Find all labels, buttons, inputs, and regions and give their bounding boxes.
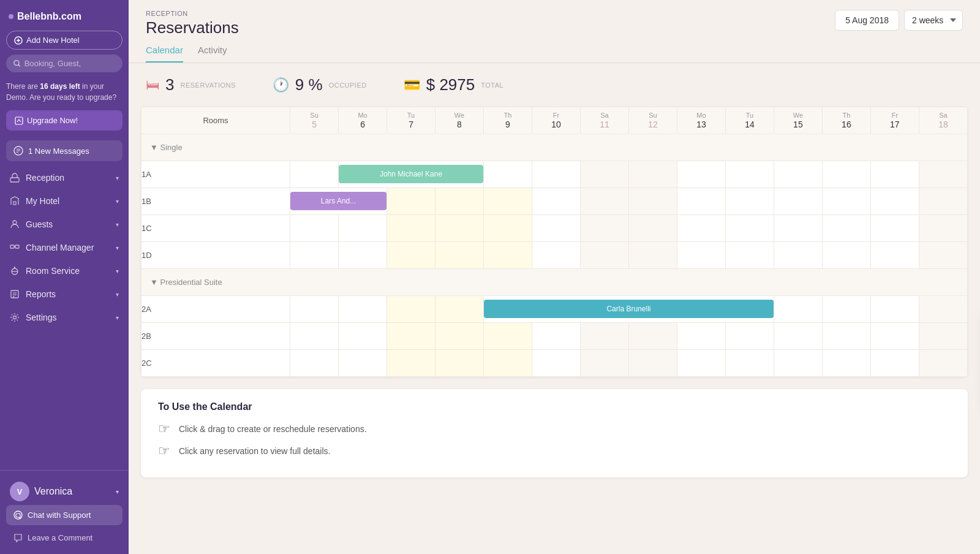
day-cell[interactable] xyxy=(532,323,580,350)
day-cell[interactable]: John Michael Kane xyxy=(339,161,484,188)
day-cell[interactable] xyxy=(774,296,822,323)
day-cell[interactable] xyxy=(822,350,870,377)
day-cell[interactable] xyxy=(725,350,774,377)
day-cell[interactable] xyxy=(532,215,580,242)
search-input[interactable] xyxy=(24,59,115,68)
day-cell[interactable] xyxy=(290,350,339,377)
day-cell[interactable] xyxy=(628,350,677,377)
day-cell[interactable] xyxy=(484,161,532,188)
sidebar-item-room-service[interactable]: Room Service ▾ xyxy=(0,259,129,283)
day-cell[interactable] xyxy=(580,323,628,350)
reservation-carla[interactable]: Carla Brunelli xyxy=(484,300,774,318)
day-cell[interactable] xyxy=(290,161,339,188)
upgrade-now-button[interactable]: Upgrade Now! xyxy=(6,110,123,131)
day-cell[interactable] xyxy=(580,242,628,269)
day-cell[interactable] xyxy=(290,242,339,269)
day-cell[interactable] xyxy=(919,323,967,350)
sidebar-item-my-hotel[interactable]: My Hotel ▾ xyxy=(0,189,129,213)
messages-item[interactable]: 1 New Messages xyxy=(6,140,123,161)
day-cell[interactable] xyxy=(435,188,484,215)
day-cell[interactable] xyxy=(774,323,822,350)
day-cell[interactable] xyxy=(339,350,387,377)
day-cell[interactable] xyxy=(580,188,628,215)
day-cell[interactable] xyxy=(919,161,967,188)
day-cell[interactable] xyxy=(919,350,967,377)
day-cell[interactable] xyxy=(725,161,774,188)
day-cell[interactable] xyxy=(628,215,677,242)
day-cell[interactable] xyxy=(822,215,870,242)
day-cell[interactable] xyxy=(532,242,580,269)
user-profile[interactable]: V Veronica ▾ xyxy=(6,478,123,505)
sidebar-item-channel-manager[interactable]: Channel Manager ▾ xyxy=(0,236,129,259)
day-cell[interactable] xyxy=(822,188,870,215)
day-cell[interactable] xyxy=(870,242,919,269)
day-cell[interactable] xyxy=(725,215,774,242)
day-cell[interactable] xyxy=(532,161,580,188)
day-cell[interactable] xyxy=(387,323,435,350)
day-cell[interactable] xyxy=(580,215,628,242)
day-cell[interactable] xyxy=(919,242,967,269)
sidebar-item-settings[interactable]: Settings ▾ xyxy=(0,306,129,329)
day-cell[interactable] xyxy=(290,323,339,350)
day-cell[interactable]: Lars And... xyxy=(290,188,387,215)
day-cell[interactable] xyxy=(725,188,774,215)
day-cell[interactable] xyxy=(774,350,822,377)
day-cell[interactable] xyxy=(677,242,725,269)
day-cell[interactable] xyxy=(628,188,677,215)
day-cell[interactable] xyxy=(677,161,725,188)
day-cell[interactable] xyxy=(387,242,435,269)
day-cell[interactable] xyxy=(870,350,919,377)
day-cell[interactable] xyxy=(290,215,339,242)
day-cell[interactable] xyxy=(919,215,967,242)
day-cell[interactable] xyxy=(628,323,677,350)
day-cell[interactable] xyxy=(725,323,774,350)
day-cell[interactable] xyxy=(628,242,677,269)
day-cell[interactable] xyxy=(870,296,919,323)
day-cell[interactable] xyxy=(387,188,435,215)
day-cell[interactable] xyxy=(919,296,967,323)
day-cell[interactable] xyxy=(339,215,387,242)
day-cell[interactable] xyxy=(387,215,435,242)
day-cell[interactable] xyxy=(822,161,870,188)
day-cell[interactable] xyxy=(870,161,919,188)
day-cell[interactable] xyxy=(822,323,870,350)
day-cell[interactable] xyxy=(822,242,870,269)
day-cell[interactable] xyxy=(677,350,725,377)
reservation-bar[interactable]: John Michael Kane xyxy=(339,165,483,183)
date-picker-button[interactable]: 5 Aug 2018 xyxy=(835,10,899,31)
day-cell[interactable] xyxy=(484,350,532,377)
day-cell[interactable] xyxy=(677,323,725,350)
day-cell[interactable] xyxy=(435,215,484,242)
day-cell[interactable] xyxy=(435,350,484,377)
sidebar-item-reports[interactable]: Reports ▾ xyxy=(0,283,129,306)
reservation-bar[interactable]: Lars And... xyxy=(290,192,386,210)
tab-activity[interactable]: Activity xyxy=(198,45,227,63)
leave-comment-button[interactable]: Leave a Comment xyxy=(6,529,123,547)
day-cell[interactable] xyxy=(339,323,387,350)
day-cell[interactable] xyxy=(822,296,870,323)
day-cell[interactable] xyxy=(774,215,822,242)
day-cell[interactable] xyxy=(484,242,532,269)
tab-calendar[interactable]: Calendar xyxy=(146,45,183,63)
day-cell[interactable] xyxy=(870,323,919,350)
day-cell[interactable] xyxy=(532,188,580,215)
chat-support-button[interactable]: Chat with Support xyxy=(6,505,123,525)
day-cell[interactable] xyxy=(919,188,967,215)
day-cell[interactable] xyxy=(387,296,435,323)
day-cell[interactable] xyxy=(484,215,532,242)
day-cell[interactable] xyxy=(484,323,532,350)
day-cell[interactable] xyxy=(484,188,532,215)
day-cell[interactable] xyxy=(435,296,484,323)
add-new-hotel-button[interactable]: Add New Hotel xyxy=(6,31,123,50)
sidebar-item-reception[interactable]: Reception ▾ xyxy=(0,166,129,189)
day-cell[interactable] xyxy=(435,242,484,269)
day-cell[interactable] xyxy=(870,188,919,215)
day-cell[interactable] xyxy=(580,350,628,377)
day-cell[interactable] xyxy=(532,350,580,377)
day-cell[interactable] xyxy=(387,350,435,377)
day-cell[interactable] xyxy=(435,323,484,350)
day-cell[interactable] xyxy=(870,215,919,242)
day-cell[interactable] xyxy=(725,242,774,269)
day-cell[interactable] xyxy=(290,296,339,323)
day-cell[interactable] xyxy=(339,242,387,269)
